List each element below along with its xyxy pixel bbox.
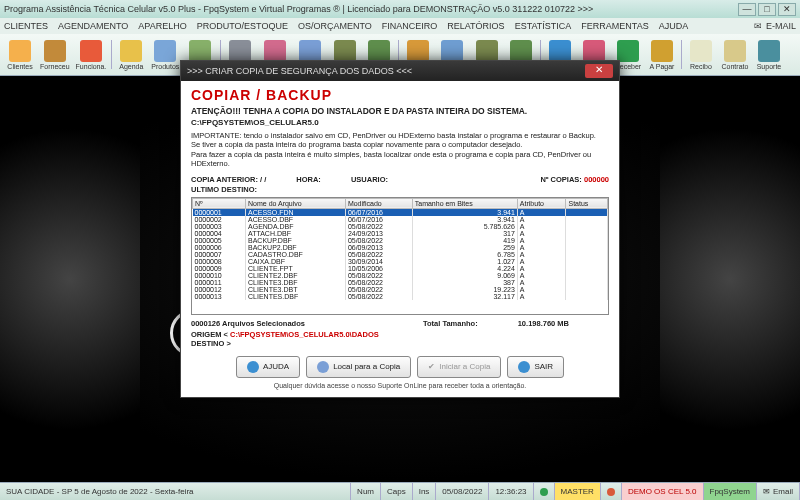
tool-icon <box>651 40 673 62</box>
col-header[interactable]: Modificado <box>345 198 412 208</box>
tool-icon <box>407 40 429 62</box>
table-row[interactable]: 0000011CLIENTE3.DBF05/08/2022387A <box>193 279 608 286</box>
window-titlebar: Programa Assistência Técnica Celular v5.… <box>0 0 800 18</box>
status-date: 05/08/2022 <box>436 483 489 500</box>
table-row[interactable]: 0000001ACESSO.FDN06/07/20163.941A <box>193 208 608 216</box>
table-row[interactable]: 0000003AGENDA.DBF05/08/20225.785.626A <box>193 223 608 230</box>
table-row[interactable]: 0000010CLIENTE2.DBF05/08/20229.069A <box>193 272 608 279</box>
dialog-warning: ATENÇÃO!!! TENHA A COPIA DO INSTALADOR E… <box>191 106 609 116</box>
statusbar: SUA CIDADE - SP 5 de Agosto de 2022 - Se… <box>0 482 800 500</box>
table-row[interactable]: 0000005BACKUP.DBF05/08/2022419A <box>193 237 608 244</box>
bg-art-right <box>660 76 800 482</box>
tool-icon <box>758 40 780 62</box>
tool-icon <box>583 40 605 62</box>
menubar: CLIENTESAGENDAMENTOAPARELHOPRODUTO/ESTOQ… <box>0 18 800 34</box>
iniciar-copia-button[interactable]: ✔Iniciar a Copia <box>417 356 501 378</box>
menu-financeiro[interactable]: FINANCEIRO <box>382 21 438 31</box>
status-ins: Ins <box>413 483 437 500</box>
origem-path: C:\FPQSYSTEM\OS_CELULAR5.0\DADOS <box>230 330 379 339</box>
dialog-title: >>> CRIAR COPIA DE SEGURANÇA DOS DADOS <… <box>187 66 585 76</box>
total-size: 10.198.760 MB <box>518 319 569 328</box>
tool-icon <box>44 40 66 62</box>
window-title: Programa Assistência Técnica Celular v5.… <box>4 4 738 14</box>
help-icon <box>247 361 259 373</box>
tool-icon <box>510 40 532 62</box>
tool-apagar[interactable]: A Pagar <box>646 36 678 73</box>
copies-count: 000000 <box>584 175 609 184</box>
exit-icon <box>518 361 530 373</box>
tool-agenda[interactable]: Agenda <box>115 36 147 73</box>
minimize-button[interactable]: — <box>738 3 756 16</box>
tool-icon <box>441 40 463 62</box>
tool-icon <box>476 40 498 62</box>
tool-icon <box>334 40 356 62</box>
local-copia-button[interactable]: Local para a Copia <box>306 356 411 378</box>
search-icon <box>317 361 329 373</box>
tool-icon <box>9 40 31 62</box>
menu-ferramentas[interactable]: FERRAMENTAS <box>581 21 648 31</box>
table-row[interactable]: 0000012CLIENTE3.DBT05/08/202219.223A <box>193 286 608 293</box>
menu-aparelho[interactable]: APARELHO <box>138 21 186 31</box>
table-row[interactable]: 0000002ACESSO.DBF06/07/20163.941A <box>193 216 608 223</box>
menu-produto/estoque[interactable]: PRODUTO/ESTOQUE <box>197 21 288 31</box>
status-fpq[interactable]: FpqSystem <box>704 483 757 500</box>
table-row[interactable]: 0000004ATTACH.DBF24/09/2013317A <box>193 230 608 237</box>
menu-os/orçamento[interactable]: OS/ORÇAMENTO <box>298 21 372 31</box>
destino-label: DESTINO > <box>191 339 609 348</box>
files-grid[interactable]: NºNome do ArquivoModificadoTamanho em Bi… <box>191 197 609 315</box>
copy-prev-label: COPIA ANTERIOR: / / <box>191 175 266 184</box>
bg-art-left <box>0 76 140 482</box>
check-icon: ✔ <box>428 362 435 371</box>
selected-count: 0000126 Arquivos Selecionados <box>191 319 305 328</box>
tool-suporte[interactable]: Suporte <box>753 36 785 73</box>
email-icon: ✉ <box>754 21 762 31</box>
col-header[interactable]: Atributo <box>517 198 566 208</box>
tool-icon <box>299 40 321 62</box>
tool-funciona[interactable]: Funciona. <box>74 36 109 73</box>
tool-recibo[interactable]: Recibo <box>685 36 717 73</box>
ajuda-button[interactable]: AJUDA <box>236 356 300 378</box>
status-dot-green-icon <box>540 488 548 496</box>
dialog-info-text: IMPORTANTE: tendo o instalador salvo em … <box>191 131 609 169</box>
table-row[interactable]: 0000009CLIENTE.FPT10/05/20064.224A <box>193 265 608 272</box>
tool-icon <box>154 40 176 62</box>
col-header[interactable]: Status <box>566 198 608 208</box>
total-label: Total Tamanho: <box>423 319 478 328</box>
tool-icon <box>368 40 390 62</box>
dialog-heading: COPIAR / BACKUP <box>191 87 609 103</box>
table-row[interactable]: 0000007CADASTRO.DBF05/08/20226.785A <box>193 251 608 258</box>
col-header[interactable]: Nº <box>193 198 246 208</box>
install-path: C:\FPQSYSTEM\OS_CELULAR5.0 <box>191 118 609 127</box>
table-row[interactable]: 0000006BACKUP2.DBF06/09/2013259A <box>193 244 608 251</box>
tool-forneceu[interactable]: Forneceu <box>38 36 72 73</box>
tool-icon <box>617 40 639 62</box>
close-button[interactable]: ✕ <box>778 3 796 16</box>
status-num: Num <box>351 483 381 500</box>
col-header[interactable]: Tamanho em Bites <box>412 198 517 208</box>
tool-icon <box>120 40 142 62</box>
status-dot-red-icon <box>607 488 615 496</box>
table-row[interactable]: 0000013CLIENTES.DBF05/08/202232.117A <box>193 293 608 300</box>
dialog-close-button[interactable]: ✕ <box>585 64 613 78</box>
sair-button[interactable]: SAIR <box>507 356 564 378</box>
tool-icon <box>690 40 712 62</box>
tool-icon <box>264 40 286 62</box>
dialog-footer-text: Qualquer dúvida acesse o nosso Suporte O… <box>191 382 609 389</box>
tool-contrato[interactable]: Contrato <box>719 36 751 73</box>
menu-agendamento[interactable]: AGENDAMENTO <box>58 21 128 31</box>
col-header[interactable]: Nome do Arquivo <box>246 198 346 208</box>
menu-clientes[interactable]: CLIENTES <box>4 21 48 31</box>
tool-icon <box>229 40 251 62</box>
status-time: 12:36:23 <box>489 483 533 500</box>
menu-relatórios[interactable]: RELATÓRIOS <box>447 21 504 31</box>
tool-clientes[interactable]: Clientes <box>4 36 36 73</box>
email-menu[interactable]: ✉ E-MAIL <box>754 21 796 31</box>
menu-estatística[interactable]: ESTATÍSTICA <box>515 21 572 31</box>
maximize-button[interactable]: □ <box>758 3 776 16</box>
table-row[interactable]: 0000008CAIXA.DBF30/09/20141.027A <box>193 258 608 265</box>
tool-produtos[interactable]: Produtos <box>149 36 181 73</box>
menu-ajuda[interactable]: AJUDA <box>659 21 689 31</box>
backup-dialog: >>> CRIAR COPIA DE SEGURANÇA DOS DADOS <… <box>180 60 620 398</box>
tool-icon <box>189 40 211 62</box>
status-email[interactable]: ✉Email <box>757 483 800 500</box>
